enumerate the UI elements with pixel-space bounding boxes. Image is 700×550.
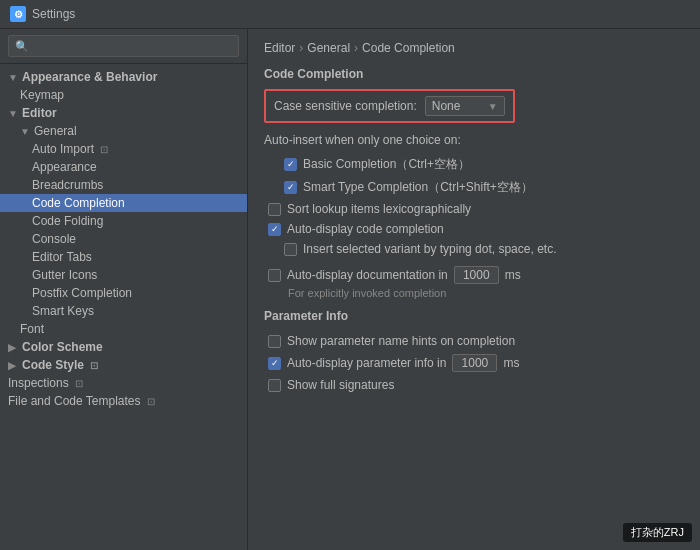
auto-display-doc-row: Auto-display documentation in ms xyxy=(264,263,684,287)
explicitly-invoked-text: For explicitly invoked completion xyxy=(264,287,684,299)
breadcrumb-sep-2: › xyxy=(354,41,358,55)
auto-display-row: Auto-display code completion xyxy=(264,219,684,239)
sidebar-item-label: Keymap xyxy=(20,88,64,102)
expand-arrow: ▼ xyxy=(8,108,18,119)
show-full-sig-row: Show full signatures xyxy=(264,375,684,395)
search-input-wrapper[interactable]: 🔍 xyxy=(8,35,239,57)
sidebar-item-code-folding[interactable]: Code Folding xyxy=(0,212,247,230)
sidebar-item-label: Console xyxy=(32,232,76,246)
auto-display-param-checkbox[interactable] xyxy=(268,357,281,370)
copy-icon: ⊡ xyxy=(147,396,155,407)
sidebar-item-label: Code Completion xyxy=(32,196,125,210)
sidebar-item-appearance[interactable]: ▼ Appearance & Behavior xyxy=(0,68,247,86)
auto-display-param-unit: ms xyxy=(503,356,519,370)
show-param-hints-row: Show parameter name hints on completion xyxy=(264,331,684,351)
app-icon: ⚙ xyxy=(10,6,26,22)
sidebar-item-auto-import[interactable]: Auto Import ⊡ xyxy=(0,140,247,158)
sidebar-item-label: Editor xyxy=(22,106,57,120)
sidebar-item-editor-tabs[interactable]: Editor Tabs xyxy=(0,248,247,266)
sidebar-item-label: Appearance xyxy=(32,160,97,174)
main-content: 🔍 ▼ Appearance & Behavior Keymap ▼ Edito… xyxy=(0,29,700,550)
dropdown-value: None xyxy=(432,99,482,113)
auto-insert-label: Auto-insert when only one choice on: xyxy=(264,133,684,147)
breadcrumb-part-2: General xyxy=(307,41,350,55)
copy-icon: ⊡ xyxy=(100,144,108,155)
copy-icon: ⊡ xyxy=(90,360,98,371)
sidebar-item-color-scheme[interactable]: ▶ Color Scheme xyxy=(0,338,247,356)
case-sensitive-dropdown[interactable]: None ▼ xyxy=(425,96,505,116)
sidebar-item-general[interactable]: ▼ General xyxy=(0,122,247,140)
sidebar-item-label: Smart Keys xyxy=(32,304,94,318)
settings-window: ⚙ Settings 🔍 ▼ Appearance & Behavior Key… xyxy=(0,0,700,550)
sidebar-item-label: File and Code Templates xyxy=(8,394,141,408)
sidebar-item-inspections[interactable]: Inspections ⊡ xyxy=(0,374,247,392)
sidebar-item-label: Color Scheme xyxy=(22,340,103,354)
sidebar-item-smart-keys[interactable]: Smart Keys xyxy=(0,302,247,320)
case-sensitive-label: Case sensitive completion: xyxy=(274,99,417,113)
search-icon: 🔍 xyxy=(15,40,29,53)
show-param-hints-label: Show parameter name hints on completion xyxy=(287,334,515,348)
sidebar-item-label: Inspections xyxy=(8,376,69,390)
sidebar-item-gutter-icons[interactable]: Gutter Icons xyxy=(0,266,247,284)
copy-icon: ⊡ xyxy=(75,378,83,389)
window-title: Settings xyxy=(32,7,75,21)
sidebar-item-postfix[interactable]: Postfix Completion xyxy=(0,284,247,302)
show-full-sig-label: Show full signatures xyxy=(287,378,394,392)
search-bar[interactable]: 🔍 xyxy=(0,29,247,64)
basic-completion-row: Basic Completion（Ctrl+空格） xyxy=(264,153,684,176)
smart-type-checkbox[interactable] xyxy=(284,181,297,194)
auto-display-param-label: Auto-display parameter info in xyxy=(287,356,446,370)
sidebar-item-label: Gutter Icons xyxy=(32,268,97,282)
sidebar-item-label: General xyxy=(34,124,77,138)
expand-arrow: ▼ xyxy=(20,126,30,137)
expand-arrow: ▶ xyxy=(8,360,18,371)
breadcrumb-sep-1: › xyxy=(299,41,303,55)
sidebar-item-editor[interactable]: ▼ Editor xyxy=(0,104,247,122)
sidebar-item-label: Postfix Completion xyxy=(32,286,132,300)
parameter-info-title: Parameter Info xyxy=(264,309,684,323)
dropdown-arrow-icon: ▼ xyxy=(488,101,498,112)
insert-selected-checkbox[interactable] xyxy=(284,243,297,256)
auto-display-param-input[interactable] xyxy=(452,354,497,372)
sidebar-item-code-completion[interactable]: Code Completion xyxy=(0,194,247,212)
search-field[interactable] xyxy=(33,39,232,53)
sidebar-item-console[interactable]: Console xyxy=(0,230,247,248)
sidebar-item-keymap[interactable]: Keymap xyxy=(0,86,247,104)
sidebar-item-code-style[interactable]: ▶ Code Style ⊡ xyxy=(0,356,247,374)
sidebar-item-appearance2[interactable]: Appearance xyxy=(0,158,247,176)
basic-completion-label: Basic Completion（Ctrl+空格） xyxy=(303,156,470,173)
auto-display-param-row: Auto-display parameter info in ms xyxy=(264,351,684,375)
expand-arrow: ▶ xyxy=(8,342,18,353)
tree: ▼ Appearance & Behavior Keymap ▼ Editor … xyxy=(0,64,247,550)
sidebar-item-label: Appearance & Behavior xyxy=(22,70,157,84)
auto-display-doc-unit: ms xyxy=(505,268,521,282)
auto-display-doc-label: Auto-display documentation in xyxy=(287,268,448,282)
insert-selected-row: Insert selected variant by typing dot, s… xyxy=(264,239,684,259)
basic-completion-checkbox[interactable] xyxy=(284,158,297,171)
sidebar-item-label: Code Folding xyxy=(32,214,103,228)
case-sensitive-row: Case sensitive completion: None ▼ xyxy=(264,89,515,123)
show-param-hints-checkbox[interactable] xyxy=(268,335,281,348)
sidebar-item-label: Font xyxy=(20,322,44,336)
insert-selected-label: Insert selected variant by typing dot, s… xyxy=(303,242,556,256)
auto-display-label: Auto-display code completion xyxy=(287,222,444,236)
smart-type-row: Smart Type Completion（Ctrl+Shift+空格） xyxy=(264,176,684,199)
auto-display-doc-checkbox[interactable] xyxy=(268,269,281,282)
sidebar-item-font[interactable]: Font xyxy=(0,320,247,338)
show-full-sig-checkbox[interactable] xyxy=(268,379,281,392)
breadcrumb: Editor › General › Code Completion xyxy=(264,41,684,55)
sidebar-item-label: Auto Import xyxy=(32,142,94,156)
auto-display-checkbox[interactable] xyxy=(268,223,281,236)
right-panel: Editor › General › Code Completion Code … xyxy=(248,29,700,550)
auto-display-doc-input[interactable] xyxy=(454,266,499,284)
smart-type-label: Smart Type Completion（Ctrl+Shift+空格） xyxy=(303,179,533,196)
sort-lookup-row: Sort lookup items lexicographically xyxy=(264,199,684,219)
sidebar-item-label: Editor Tabs xyxy=(32,250,92,264)
breadcrumb-part-3: Code Completion xyxy=(362,41,455,55)
sort-lookup-checkbox[interactable] xyxy=(268,203,281,216)
sidebar-item-label: Code Style xyxy=(22,358,84,372)
sidebar-item-file-code-templates[interactable]: File and Code Templates ⊡ xyxy=(0,392,247,410)
sidebar: 🔍 ▼ Appearance & Behavior Keymap ▼ Edito… xyxy=(0,29,248,550)
sidebar-item-breadcrumbs[interactable]: Breadcrumbs xyxy=(0,176,247,194)
titlebar: ⚙ Settings xyxy=(0,0,700,29)
